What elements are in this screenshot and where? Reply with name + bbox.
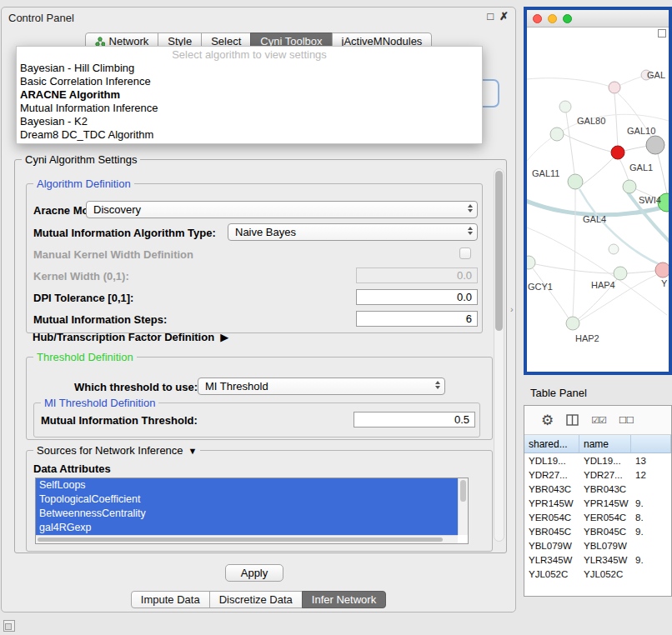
table-cell: YDL19...: [524, 456, 579, 466]
network-window-titlebar: [527, 10, 669, 28]
splitter-collapse-icon[interactable]: ›: [510, 304, 514, 314]
table-cell: YBL079W: [579, 541, 631, 551]
dpi-tolerance-label: DPI Tolerance [0,1]:: [33, 292, 133, 304]
control-panel: Control Panel □ ✗ Network Style Select C…: [1, 7, 516, 612]
network-node[interactable]: [611, 146, 624, 159]
mi-steps-field[interactable]: 6: [356, 311, 478, 327]
network-edge: [658, 154, 667, 194]
columns-icon[interactable]: [566, 414, 579, 426]
aracne-mode-combobox[interactable]: Discovery: [86, 201, 478, 218]
network-node[interactable]: [623, 180, 636, 193]
mi-threshold-field[interactable]: 0.5: [354, 412, 475, 428]
restore-panel-icon[interactable]: [3, 620, 15, 632]
table-row[interactable]: YER054CYER054C8.: [524, 510, 671, 524]
expand-down-icon[interactable]: ▼: [188, 446, 198, 456]
algorithm-option[interactable]: Bayesian - Hill Climbing: [17, 62, 482, 75]
table-cell: YBR043C: [579, 484, 631, 494]
apply-button[interactable]: Apply: [225, 564, 283, 582]
table-cell: 9.: [631, 498, 671, 508]
table-toolbar: ⚙ ☑☑ ☐☐: [524, 406, 671, 435]
minimize-traffic-light-icon[interactable]: [548, 14, 557, 23]
network-node[interactable]: [646, 136, 664, 154]
column-header-name[interactable]: name: [579, 435, 631, 452]
column-header-extra[interactable]: [631, 435, 671, 452]
which-threshold-combobox[interactable]: MI Threshold: [198, 378, 445, 395]
float-window-icon[interactable]: □: [487, 11, 494, 22]
tab-infer-network[interactable]: Infer Network: [302, 591, 386, 608]
hub-factor-label: Hub/Transcription Factor Definition: [33, 331, 214, 343]
table-row[interactable]: YPR145WYPR145W9.: [524, 496, 671, 510]
network-edge: [573, 189, 575, 317]
tab-impute-data[interactable]: Impute Data: [131, 591, 210, 608]
algorithm-option[interactable]: Mutual Information Inference: [17, 102, 482, 115]
scrollbar-thumb[interactable]: [460, 480, 466, 502]
table-row[interactable]: YBL079WYBL079W: [524, 538, 671, 552]
algorithm-placeholder: Select algorithm to view settings: [17, 48, 482, 62]
table-cell: YBR045C: [524, 527, 579, 537]
dpi-tolerance-field[interactable]: 0.0: [356, 289, 478, 305]
select-all-icon[interactable]: ☑☑: [591, 414, 606, 427]
zoom-traffic-light-icon[interactable]: [563, 14, 572, 23]
gear-icon[interactable]: ⚙: [541, 414, 554, 427]
network-node[interactable]: [614, 267, 627, 280]
attribute-item[interactable]: TopologicalCoefficient: [36, 492, 458, 507]
scrollbar-thumb[interactable]: [38, 538, 443, 542]
tab-discretize-data[interactable]: Discretize Data: [209, 591, 303, 608]
attribute-item[interactable]: SelfLoops: [36, 478, 458, 492]
mi-threshold-label: Mutual Information Threshold:: [41, 414, 198, 427]
table-cell: YPR145W: [524, 498, 579, 508]
network-node[interactable]: [609, 82, 620, 93]
table-row[interactable]: YJL052CYJL052C: [524, 567, 671, 581]
hub-factor-section[interactable]: Hub/Transcription Factor Definition ▶: [33, 331, 228, 343]
scrollbar-thumb[interactable]: [495, 171, 503, 331]
table-cell: 9.: [631, 527, 671, 537]
network-node[interactable]: [566, 317, 579, 330]
network-node[interactable]: [568, 174, 583, 189]
close-icon[interactable]: ✗: [499, 11, 509, 22]
network-node[interactable]: [559, 101, 571, 112]
network-node[interactable]: [550, 128, 564, 141]
birdseye-view-icon[interactable]: [658, 29, 666, 38]
node-label: GAL10: [627, 126, 655, 136]
algorithm-option[interactable]: Bayesian - K2: [17, 115, 482, 128]
sources-group: Sources for Network Inference ▼ Data Att…: [26, 450, 493, 552]
data-attributes-label: Data Attributes: [33, 462, 111, 475]
network-edge: [624, 146, 649, 151]
mi-type-combobox[interactable]: Naive Bayes: [228, 223, 478, 241]
which-threshold-label: Which threshold to use:: [74, 381, 198, 393]
list-vertical-scrollbar[interactable]: [458, 478, 468, 535]
network-node[interactable]: [609, 244, 619, 254]
table-cell: 9.: [631, 555, 671, 565]
algorithm-definition-title: Algorithm Definition: [33, 178, 134, 190]
table-cell: 8.: [631, 512, 671, 522]
table-row[interactable]: YLR345WYLR345W9.: [524, 552, 671, 567]
table-cell: YJL052C: [524, 569, 579, 579]
table-cell: YBR045C: [579, 527, 631, 537]
cyni-bottom-tabs: Impute Data Discretize Data Infer Networ…: [2, 591, 515, 608]
table-row[interactable]: YDL19...YDL19...13: [524, 453, 671, 468]
algorithm-option-selected[interactable]: ARACNE Algorithm: [17, 88, 482, 102]
collapse-right-icon[interactable]: ▶: [220, 331, 228, 343]
table-row[interactable]: YBR045CYBR045C9.: [524, 524, 671, 538]
list-horizontal-scrollbar[interactable]: [36, 535, 458, 543]
attribute-item[interactable]: gal4RGexp: [36, 521, 458, 535]
settings-scrollbar[interactable]: [494, 168, 504, 542]
network-canvas[interactable]: GALGAL80GAL10GAL11GAL1SWI4GAL4GCY1HAP4YH…: [527, 28, 669, 372]
sources-group-title: Sources for Network Inference: [37, 444, 183, 457]
table-header: shared... name: [524, 435, 671, 453]
algorithm-option[interactable]: Dream8 DC_TDC Algorithm: [17, 128, 482, 142]
table-row[interactable]: YBR043CYBR043C: [524, 482, 671, 496]
network-icon: [95, 37, 105, 47]
node-label: GCY1: [528, 282, 553, 292]
attribute-item[interactable]: BetweennessCentrality: [36, 507, 458, 521]
deselect-all-icon[interactable]: ☐☐: [619, 414, 634, 427]
sources-group-title-row[interactable]: Sources for Network Inference ▼: [33, 444, 200, 457]
close-traffic-light-icon[interactable]: [533, 14, 542, 23]
table-row[interactable]: YDR27...YDR27...12: [524, 468, 671, 482]
network-node[interactable]: [655, 262, 669, 278]
column-header-shared-name[interactable]: shared...: [524, 435, 579, 452]
algorithm-option[interactable]: Basic Correlation Inference: [17, 75, 482, 88]
table-cell: YDR27...: [524, 470, 579, 480]
network-node[interactable]: [527, 256, 535, 269]
cyni-algorithm-settings-group: Cyni Algorithm Settings Algorithm Defini…: [14, 159, 507, 553]
